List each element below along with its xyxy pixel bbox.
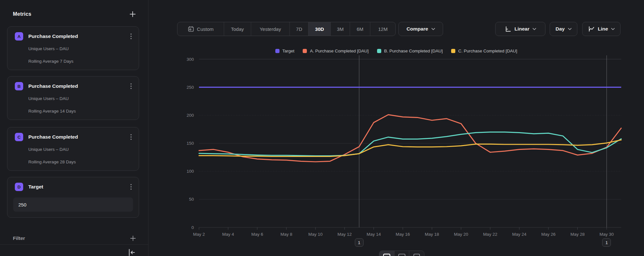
scale-select-button[interactable]: Linear xyxy=(495,22,545,36)
metric-card-c-header: C Purchase Completed xyxy=(15,133,134,141)
metric-menu-button[interactable] xyxy=(128,33,134,40)
view-toggle-toolbar xyxy=(379,251,424,256)
line-chart[interactable]: 050100150200250300May 2May 4May 6May 8Ma… xyxy=(148,0,644,256)
metric-title: Target xyxy=(28,184,128,190)
range-option-label: Yesterday xyxy=(260,26,281,32)
chevron-down-icon xyxy=(533,28,536,30)
add-filter-button[interactable] xyxy=(129,235,137,242)
x-axis-label: May 20 xyxy=(454,232,468,237)
x-axis-label: May 12 xyxy=(337,232,352,237)
kebab-icon xyxy=(128,33,134,40)
range-option-3m[interactable]: 3M xyxy=(331,22,350,36)
range-option-30d[interactable]: 30D xyxy=(308,22,331,36)
sidebar-title: Metrics xyxy=(13,11,31,17)
chevron-down-icon xyxy=(568,28,572,30)
metric-card-target[interactable]: D Target xyxy=(7,177,139,218)
range-option-7d[interactable]: 7D xyxy=(290,22,308,36)
legend-swatch xyxy=(377,49,381,53)
x-axis-label: May 6 xyxy=(251,232,263,237)
compare-button[interactable]: Compare xyxy=(398,22,443,36)
metric-transform: Rolling Average 7 Days xyxy=(28,59,73,64)
range-option-label: 7D xyxy=(296,26,302,32)
chart-type-select-button[interactable]: Line xyxy=(582,22,620,36)
metric-card-c[interactable]: C Purchase Completed Unique Users – DAU … xyxy=(7,127,139,171)
range-option-6m[interactable]: 6M xyxy=(350,22,370,36)
add-metric-button[interactable] xyxy=(129,10,137,18)
y-axis-label: 300 xyxy=(186,57,194,62)
annotation-badge[interactable]: 1 xyxy=(602,238,611,247)
legend-swatch xyxy=(275,49,279,53)
x-axis-label: May 22 xyxy=(483,232,497,237)
y-axis-label: 200 xyxy=(186,113,194,118)
interval-select-button[interactable]: Day xyxy=(550,22,577,36)
chart-view-icon xyxy=(383,253,391,256)
chart-legend: TargetA. Purchase Completed [DAU]B. Purc… xyxy=(148,47,644,54)
metric-title: Purchase Completed xyxy=(28,33,128,39)
filter-label: Filter xyxy=(13,235,25,241)
annotation-badge[interactable]: 1 xyxy=(355,238,364,247)
range-option-today[interactable]: Today xyxy=(224,22,251,36)
interval-label: Day xyxy=(555,26,564,32)
split-view-icon xyxy=(413,253,421,256)
range-option-custom[interactable]: Custom xyxy=(177,22,224,36)
metrics-dashboard: Metrics A Purchase Completed Unique User… xyxy=(0,0,644,256)
table-view-icon xyxy=(398,253,406,256)
y-axis-label: 150 xyxy=(186,141,194,146)
target-value-input[interactable] xyxy=(13,197,133,212)
line-chart-icon xyxy=(588,26,595,32)
x-axis-label: May 8 xyxy=(280,232,292,237)
x-axis-label: May 4 xyxy=(222,232,234,237)
x-axis-label: May 24 xyxy=(512,232,527,237)
sidebar-header: Metrics xyxy=(13,10,137,19)
metric-measure: Unique Users – DAU xyxy=(28,46,69,51)
y-axis-label: 0 xyxy=(191,225,194,230)
metric-card-a[interactable]: A Purchase Completed Unique Users – DAU … xyxy=(7,26,139,70)
legend-label: A. Purchase Completed [DAU] xyxy=(310,49,368,53)
legend-swatch xyxy=(451,49,455,53)
range-option-12m[interactable]: 12M xyxy=(370,22,395,36)
metric-measure: Unique Users – DAU xyxy=(28,147,69,152)
view-toggle-chart[interactable] xyxy=(379,251,394,256)
y-axis-label: 250 xyxy=(186,85,194,90)
view-toggle-split[interactable] xyxy=(409,251,424,256)
chevron-down-icon xyxy=(431,28,435,30)
legend-item[interactable]: A. Purchase Completed [DAU] xyxy=(303,49,368,53)
metric-card-a-header: A Purchase Completed xyxy=(15,32,134,41)
series-line-c xyxy=(199,140,621,157)
range-option-yesterday[interactable]: Yesterday xyxy=(251,22,290,36)
metric-card-b-header: B Purchase Completed xyxy=(15,82,134,90)
x-axis-label: May 14 xyxy=(366,232,381,237)
metric-transform: Rolling Average 14 Days xyxy=(28,109,76,114)
x-axis-label: May 10 xyxy=(308,232,323,237)
legend-label: Target xyxy=(282,49,295,53)
metric-badge-a: A xyxy=(15,32,23,41)
legend-label: C. Purchase Completed [DAU] xyxy=(458,49,517,53)
range-option-label: Custom xyxy=(197,26,214,32)
metric-menu-button[interactable] xyxy=(128,184,134,190)
range-option-label: 12M xyxy=(378,26,387,32)
metric-menu-button[interactable] xyxy=(128,134,134,140)
series-line-b xyxy=(199,132,621,156)
metric-menu-button[interactable] xyxy=(128,83,134,89)
metric-title: Purchase Completed xyxy=(28,134,128,140)
collapse-panel-icon xyxy=(128,248,136,256)
kebab-icon xyxy=(128,83,134,89)
chart-panel: 050100150200250300May 2May 4May 6May 8Ma… xyxy=(148,0,644,256)
plus-icon xyxy=(129,10,137,18)
chart-type-label: Line xyxy=(598,26,608,32)
legend-item[interactable]: B. Purchase Completed [DAU] xyxy=(377,49,443,53)
linear-axis-icon xyxy=(505,26,511,32)
collapse-sidebar-button[interactable] xyxy=(128,248,136,256)
metric-transform: Rolling Average 28 Days xyxy=(28,160,76,164)
legend-item[interactable]: Target xyxy=(275,49,295,53)
metric-badge-c: C xyxy=(15,133,23,141)
chevron-down-icon xyxy=(611,28,615,30)
filter-section: Filter xyxy=(13,234,137,242)
metric-measure: Unique Users – DAU xyxy=(28,96,69,101)
kebab-icon xyxy=(128,184,134,190)
x-axis-label: May 18 xyxy=(425,232,439,237)
legend-item[interactable]: C. Purchase Completed [DAU] xyxy=(451,49,517,53)
view-toggle-table[interactable] xyxy=(394,251,410,256)
metric-card-b[interactable]: B Purchase Completed Unique Users – DAU … xyxy=(7,76,139,120)
x-axis-label: May 30 xyxy=(600,232,614,237)
